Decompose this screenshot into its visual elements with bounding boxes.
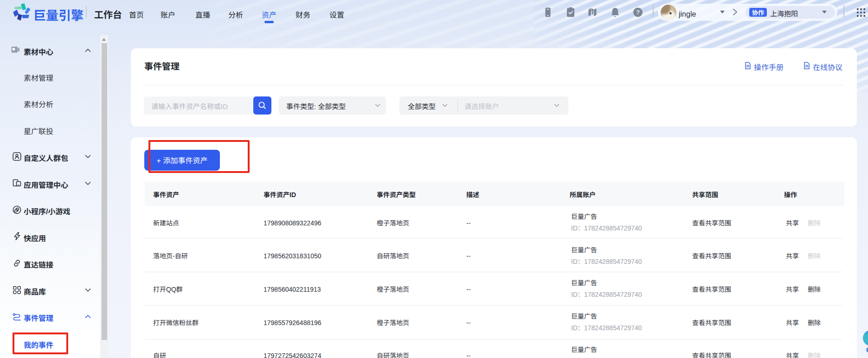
svg-text:?: ? [636, 9, 640, 16]
